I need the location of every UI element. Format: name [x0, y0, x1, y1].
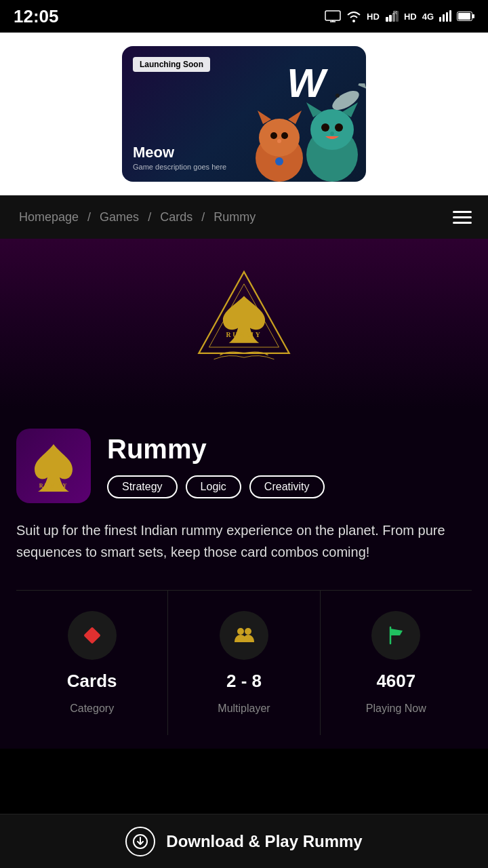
svg-point-22	[277, 139, 281, 143]
svg-text:RUMMY: RUMMY	[226, 331, 262, 338]
launching-badge: Launching Soon	[133, 57, 210, 72]
banner-card[interactable]: Launching Soon W	[122, 46, 366, 182]
svg-point-28	[321, 123, 329, 132]
download-label: Download & Play Rummy	[166, 832, 362, 851]
svg-point-33	[336, 94, 340, 98]
banner-text: Meow Game description goes here	[133, 144, 226, 171]
svg-point-21	[281, 132, 288, 139]
svg-point-30	[330, 132, 334, 136]
tag-logic[interactable]: Logic	[186, 475, 241, 498]
svg-rect-0	[325, 11, 340, 20]
stat-multiplayer-label: Multiplayer	[218, 703, 270, 715]
svg-rect-4	[386, 17, 388, 22]
stat-playing-icon-circle	[371, 611, 420, 660]
hd-label-2: HD	[404, 12, 417, 22]
download-bar[interactable]: Download & Play Rummy	[0, 814, 488, 868]
stat-category-icon-circle	[68, 611, 117, 660]
svg-rect-15	[472, 14, 474, 18]
4g-label: 4G	[422, 12, 434, 22]
banner-title: Meow	[133, 144, 226, 161]
game-tags: Strategy Logic Creativity	[107, 475, 472, 498]
download-arrow-icon	[133, 834, 148, 849]
hamburger-menu-button[interactable]	[453, 211, 472, 224]
breadcrumb-games[interactable]: Games	[100, 210, 139, 224]
banner-desc: Game description goes here	[133, 163, 226, 171]
svg-rect-10	[443, 14, 445, 22]
svg-text:R: R	[393, 10, 397, 16]
rummy-logo: RUMMY	[190, 266, 298, 374]
users-icon	[232, 623, 256, 648]
svg-rect-14	[458, 13, 470, 20]
game-title: Rummy	[107, 434, 472, 465]
svg-rect-11	[446, 12, 448, 22]
game-header: RUMMY Rummy Strategy Logic Creativity	[16, 429, 472, 503]
svg-point-20	[270, 132, 277, 139]
breadcrumb-sep3: /	[201, 210, 208, 224]
stat-playing-value: 4607	[376, 671, 415, 692]
breadcrumb-cards[interactable]: Cards	[160, 210, 192, 224]
wifi-icon	[346, 10, 361, 22]
svg-point-17	[259, 119, 300, 157]
breadcrumb: Homepage / Games / Cards / Rummy	[16, 210, 258, 224]
svg-point-29	[335, 123, 343, 132]
svg-rect-9	[439, 17, 441, 22]
svg-marker-32	[354, 83, 366, 92]
stats-row: Cards Category 2 - 8 Multiplayer	[16, 590, 472, 735]
flag-icon	[384, 623, 408, 648]
signal-icon-1: R	[385, 10, 399, 22]
breadcrumb-home[interactable]: Homepage	[19, 210, 79, 224]
stat-playing-label: Playing Now	[366, 703, 426, 715]
breadcrumb-bar: Homepage / Games / Cards / Rummy	[0, 195, 488, 239]
download-icon	[125, 827, 155, 856]
banner-section: Launching Soon W	[0, 33, 488, 195]
diamond-icon	[80, 623, 104, 648]
status-time: 12:05	[14, 6, 59, 27]
svg-rect-5	[389, 15, 392, 22]
stat-category: Cards Category	[16, 591, 168, 735]
game-icon-graphic: RUMMY	[26, 439, 81, 493]
game-icon: RUMMY	[16, 429, 91, 503]
screen-icon	[325, 10, 341, 22]
rummy-logo-graphic: RUMMY	[190, 266, 298, 374]
tag-creativity[interactable]: Creativity	[249, 475, 325, 498]
status-icons: HD R HD 4G	[325, 10, 474, 22]
game-info-section: RUMMY Rummy Strategy Logic Creativity Su…	[0, 408, 488, 749]
stat-playing: 4607 Playing Now	[321, 591, 472, 735]
stat-multiplayer-value: 2 - 8	[226, 671, 262, 692]
breadcrumb-sep2: /	[148, 210, 155, 224]
svg-rect-12	[449, 10, 451, 22]
stat-category-value: Cards	[67, 671, 117, 692]
banner-w-letter: W	[287, 60, 325, 106]
breadcrumb-sep1: /	[87, 210, 94, 224]
status-bar: 12:05 HD R HD 4G	[0, 0, 488, 33]
svg-point-40	[245, 628, 251, 635]
battery-icon	[457, 12, 474, 21]
stat-multiplayer-icon-circle	[220, 611, 268, 660]
svg-point-39	[237, 628, 244, 635]
stat-multiplayer: 2 - 8 Multiplayer	[168, 591, 320, 735]
stat-category-label: Category	[70, 703, 114, 715]
signal-icon-2	[439, 10, 451, 22]
svg-point-3	[352, 20, 355, 22]
svg-rect-38	[83, 627, 100, 644]
game-description: Suit up for the finest Indian rummy expe…	[16, 519, 472, 563]
game-meta: Rummy Strategy Logic Creativity	[107, 434, 472, 498]
hd-label-1: HD	[367, 12, 380, 22]
breadcrumb-current: Rummy	[214, 210, 256, 224]
tag-strategy[interactable]: Strategy	[107, 475, 178, 498]
svg-point-25	[310, 109, 354, 150]
hero-section: RUMMY	[0, 239, 488, 408]
svg-point-23	[275, 157, 283, 165]
svg-text:RUMMY: RUMMY	[39, 483, 68, 489]
